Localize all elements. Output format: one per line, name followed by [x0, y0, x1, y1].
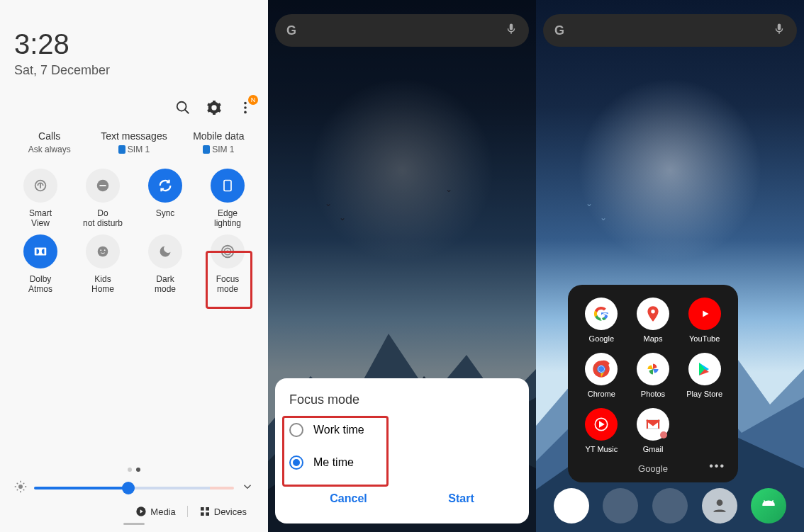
settings-icon[interactable] — [206, 99, 223, 116]
dialog-title: Focus mode — [289, 392, 515, 407]
focus-mode-highlight — [206, 251, 252, 309]
bird-icon: ⌄ — [586, 198, 593, 208]
do-not-disturb-toggle[interactable]: Donot disturb — [73, 169, 133, 229]
focus-mode-dialog-screen: ⌄ ⌄ ⌄ G Focus mode Work timeMe time Canc… — [268, 0, 536, 532]
svg-marker-40 — [703, 310, 708, 317]
mic-icon[interactable] — [505, 23, 518, 38]
home-screen: ⌄ ⌄ G GoogleMapsYouTubeChromePhotosPlay … — [536, 0, 804, 532]
media-button[interactable]: Media — [135, 506, 175, 517]
ytmusic-app[interactable]: YT Music — [578, 408, 625, 453]
page-indicator[interactable] — [14, 468, 254, 472]
gmail-app[interactable]: Gmail — [630, 408, 677, 453]
svg-rect-28 — [206, 507, 209, 511]
search-icon[interactable] — [174, 99, 191, 116]
sim-selector[interactable]: CallsAsk always — [7, 130, 91, 154]
google-search-bar[interactable]: G — [543, 14, 797, 47]
maps-app[interactable]: Maps — [630, 298, 677, 343]
brightness-icon — [14, 480, 27, 496]
expand-icon[interactable] — [241, 480, 254, 496]
svg-point-16 — [18, 485, 23, 489]
dock-app-2[interactable] — [603, 488, 638, 523]
cancel-button[interactable]: Cancel — [330, 487, 367, 511]
more-icon[interactable]: N — [237, 99, 254, 116]
svg-rect-30 — [206, 512, 209, 516]
svg-point-48 — [716, 499, 722, 506]
svg-point-44 — [598, 366, 604, 372]
edge-lighting-toggle[interactable]: Edgelighting — [198, 169, 257, 229]
quick-settings-panel: 3:28 Sat, 7 December N CallsAsk alwaysTe… — [0, 0, 268, 532]
folder-name[interactable]: Google — [578, 463, 728, 474]
focus-mode-dialog: Focus mode Work timeMe time Cancel Start — [275, 378, 529, 523]
clock-date: Sat, 7 December — [14, 63, 254, 78]
svg-marker-46 — [600, 422, 603, 427]
svg-line-38 — [608, 321, 610, 323]
svg-line-22 — [17, 489, 18, 491]
brightness-slider[interactable] — [34, 487, 234, 489]
chrome-app[interactable]: Chrome — [578, 353, 625, 398]
devices-button[interactable]: Devices — [199, 506, 247, 517]
google-g-icon: G — [554, 23, 564, 38]
drag-handle[interactable] — [123, 523, 145, 525]
notification-badge: N — [248, 95, 258, 105]
dock — [536, 488, 804, 523]
svg-rect-27 — [201, 507, 204, 511]
dolby-atmos-toggle[interactable]: DolbyAtmos — [11, 234, 70, 295]
svg-point-10 — [98, 246, 108, 256]
smart-view-toggle[interactable]: SmartView — [11, 169, 70, 229]
app-folder[interactable]: GoogleMapsYouTubeChromePhotosPlay StoreY… — [568, 285, 738, 482]
dock-app-3[interactable] — [652, 488, 688, 523]
start-button[interactable]: Start — [448, 487, 474, 511]
svg-rect-8 — [224, 181, 231, 191]
svg-line-21 — [23, 483, 25, 485]
clock-time: 3:28 — [14, 28, 254, 60]
mic-icon[interactable] — [773, 23, 786, 38]
svg-point-12 — [104, 249, 106, 251]
dark-mode-toggle[interactable]: Darkmode — [135, 234, 195, 295]
svg-point-39 — [651, 310, 654, 313]
svg-line-1 — [185, 110, 189, 114]
svg-point-2 — [244, 102, 247, 105]
sync-toggle[interactable]: Sync — [135, 169, 195, 229]
google-app[interactable]: Google — [578, 298, 625, 343]
bird-icon: ⌄ — [600, 213, 607, 222]
dock-app-5[interactable] — [751, 488, 786, 523]
svg-line-24 — [23, 489, 25, 491]
dock-app-1[interactable] — [554, 488, 589, 523]
photos-app[interactable]: Photos — [630, 353, 677, 398]
svg-point-3 — [244, 106, 247, 109]
svg-rect-7 — [99, 185, 106, 186]
play-app[interactable]: Play Store — [681, 353, 728, 398]
dock-app-4[interactable] — [702, 488, 737, 523]
google-search-bar[interactable]: G — [275, 14, 529, 47]
kids-home-toggle[interactable]: KidsHome — [73, 234, 133, 295]
svg-rect-9 — [35, 247, 47, 255]
sim-selector[interactable]: Text messagesSIM 1 — [91, 130, 176, 154]
youtube-app[interactable]: YouTube — [681, 298, 728, 343]
svg-point-11 — [100, 249, 101, 251]
folder-menu-icon[interactable]: ••• — [709, 460, 725, 472]
svg-point-4 — [244, 111, 247, 114]
divider — [187, 506, 188, 517]
sim-selector[interactable]: Mobile dataSIM 1 — [177, 130, 261, 154]
svg-rect-29 — [201, 512, 204, 516]
svg-point-0 — [177, 102, 186, 111]
options-highlight — [282, 416, 389, 487]
svg-line-23 — [17, 483, 18, 485]
google-g-icon: G — [286, 23, 296, 38]
